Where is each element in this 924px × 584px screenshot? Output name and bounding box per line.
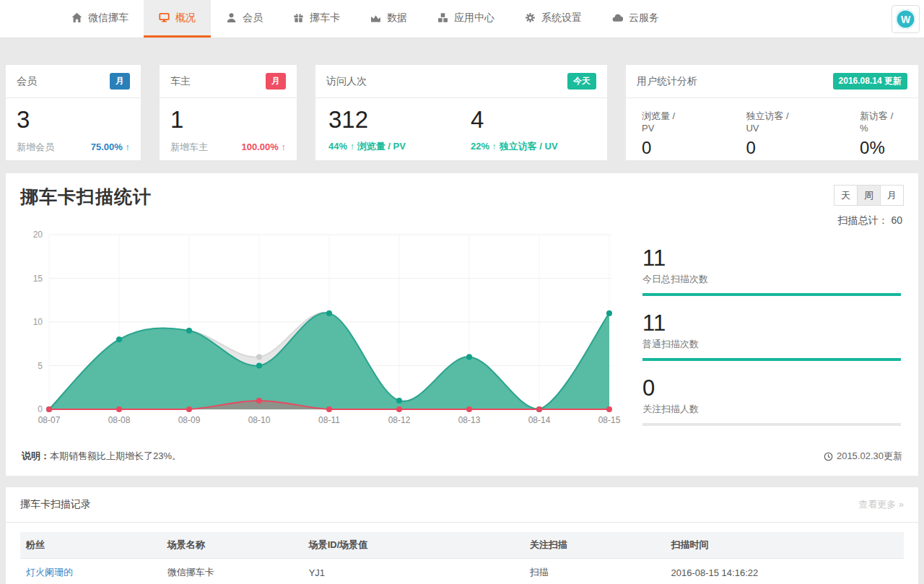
svg-text:08-13: 08-13 — [458, 415, 481, 425]
progress-bar — [642, 358, 901, 361]
nav-item-car-card[interactable]: 挪车卡 — [278, 0, 355, 38]
today-badge: 今天 — [567, 73, 596, 90]
svg-text:0: 0 — [38, 404, 43, 414]
svg-text:08-14: 08-14 — [528, 415, 551, 425]
members-label: 新增会员 — [17, 141, 54, 154]
nav-item-home[interactable]: 微信挪车 — [56, 0, 144, 38]
gift-icon — [293, 12, 304, 23]
uv-count: 4 — [471, 105, 558, 134]
analytics-pv: 浏览量 / PV 0 — [642, 110, 688, 158]
view-more-link[interactable]: 查看更多 » — [858, 498, 904, 511]
scan-records-table: 粉丝 场景名称 场景ID/场景值 关注扫描 扫描时间 灯火阑珊的 微信挪车卡 Y… — [20, 532, 904, 584]
normal-scans: 11 普通扫描次数 — [642, 311, 901, 361]
user-analytics-card: 用户统计分析 2016.08.14 更新 浏览量 / PV 0 独立访客 / U… — [626, 65, 918, 160]
chart-area-icon — [370, 12, 381, 23]
range-week-button[interactable]: 周 — [857, 185, 881, 206]
nav-item-members[interactable]: 会员 — [211, 0, 278, 38]
svg-text:08-12: 08-12 — [388, 415, 411, 425]
panel-title: 挪车卡扫描统计 — [20, 185, 152, 209]
analytics-new: 新访客 / % 0% — [860, 110, 902, 158]
visits-card: 访问人次 今天 312 44% ↑ 浏览量 / PV 4 22% ↑ 独立访客 … — [315, 65, 607, 160]
svg-text:08-08: 08-08 — [108, 415, 131, 425]
fan-link[interactable]: 灯火阑珊的 — [20, 559, 162, 584]
svg-text:08-11: 08-11 — [318, 415, 340, 425]
pv-stat: 312 44% ↑ 浏览量 / PV — [328, 105, 406, 153]
members-percent: 75.00% ↑ — [91, 141, 130, 152]
clock-icon — [824, 452, 833, 461]
scan-records-panel: 挪车卡扫描记录 查看更多 » 粉丝 场景名称 场景ID/场景值 关注扫描 扫描时… — [6, 487, 918, 584]
range-switcher: 天 周 月 — [834, 185, 904, 206]
card-title: 会员 — [17, 75, 37, 88]
owners-percent: 100.00% ↑ — [242, 141, 286, 152]
period-badge: 月 — [110, 73, 130, 90]
pv-count: 312 — [328, 105, 406, 134]
today-total-scans: 11 今日总扫描次数 — [642, 246, 901, 296]
nav-item-label: 应用中心 — [454, 12, 494, 25]
svg-text:08-10: 08-10 — [248, 415, 271, 425]
updated-badge: 2016.08.14 更新 — [833, 73, 907, 90]
table-row: 灯火阑珊的 微信挪车卡 YJ1 扫描 2016-08-15 14:16:22 — [20, 559, 904, 584]
svg-text:15: 15 — [33, 274, 43, 284]
svg-text:20: 20 — [33, 230, 43, 240]
nav-item-data[interactable]: 数据 — [355, 0, 422, 38]
table-header-row: 粉丝 场景名称 场景ID/场景值 关注扫描 扫描时间 — [20, 532, 904, 559]
owners-label: 新增车主 — [170, 141, 208, 154]
members-card: 会员 月 3 新增会员 75.00% ↑ — [6, 65, 141, 160]
members-count: 3 — [17, 105, 130, 134]
nav-item-label: 系统设置 — [541, 12, 582, 25]
uv-label: 22% ↑ 独立访客 / UV — [471, 140, 558, 153]
chart-note: 说明：本期销售额比上期增长了23%。 — [22, 450, 181, 463]
uv-stat: 4 22% ↑ 独立访客 / UV — [471, 105, 558, 153]
range-day-button[interactable]: 天 — [834, 185, 858, 206]
card-title: 用户统计分析 — [637, 75, 697, 88]
svg-text:08-07: 08-07 — [38, 415, 61, 425]
analytics-uv: 独立访客 / UV 0 — [746, 110, 802, 158]
cloud-icon — [612, 12, 623, 23]
owners-card: 车主 月 1 新增车主 100.00% ↑ — [160, 65, 297, 160]
period-badge: 月 — [266, 73, 286, 90]
pv-label: 44% ↑ 浏览量 / PV — [328, 140, 406, 153]
account-logo-button[interactable]: W — [892, 5, 920, 33]
progress-bar — [642, 293, 901, 296]
svg-text:08-15: 08-15 — [598, 415, 621, 425]
range-month-button[interactable]: 月 — [880, 185, 904, 206]
nav-item-overview[interactable]: 概况 — [144, 0, 211, 38]
cubes-icon — [437, 12, 448, 23]
user-icon — [226, 12, 237, 23]
scan-stats-panel: 挪车卡扫描统计 天 周 月 扫描总计： 60 0510152008-0708-0… — [6, 173, 918, 476]
nav-item-label: 会员 — [243, 12, 263, 25]
monitor-icon — [159, 12, 170, 23]
chart-updated: 2015.02.30更新 — [824, 450, 902, 463]
nav-item-label: 微信挪车 — [88, 12, 128, 25]
svg-text:5: 5 — [38, 361, 43, 371]
card-title: 访问人次 — [326, 75, 367, 88]
nav-item-cloud[interactable]: 云服务 — [597, 0, 674, 38]
svg-text:08-09: 08-09 — [178, 415, 201, 425]
stat-cards-row: 会员 月 3 新增会员 75.00% ↑ 车主 月 1 新增车主 100.00%… — [6, 65, 918, 160]
gear-icon — [525, 12, 536, 23]
brand-logo-icon: W — [896, 9, 915, 29]
progress-bar — [642, 423, 901, 426]
scan-side-stats: 11 今日总扫描次数 11 普通扫描次数 0 关注扫描人数 — [625, 229, 904, 441]
nav-item-label: 数据 — [387, 12, 407, 25]
home-icon — [71, 12, 82, 23]
scan-chart: 0510152008-0708-0808-0908-1008-1108-1208… — [20, 229, 625, 441]
records-title: 挪车卡扫描记录 — [20, 498, 91, 511]
follow-scans: 0 关注扫描人数 — [642, 376, 901, 426]
top-nav: 微信挪车 概况 会员 挪车卡 数据 应用中心 系统设置 — [0, 0, 924, 38]
nav-item-app-center[interactable]: 应用中心 — [422, 0, 510, 38]
nav-item-label: 云服务 — [629, 12, 659, 25]
nav-item-label: 概况 — [175, 12, 196, 25]
nav-item-label: 挪车卡 — [310, 12, 340, 25]
card-title: 车主 — [170, 75, 191, 88]
nav-item-settings[interactable]: 系统设置 — [510, 0, 597, 38]
svg-text:10: 10 — [33, 317, 43, 327]
scan-total: 扫描总计： 60 — [22, 214, 902, 227]
owners-count: 1 — [170, 105, 286, 134]
